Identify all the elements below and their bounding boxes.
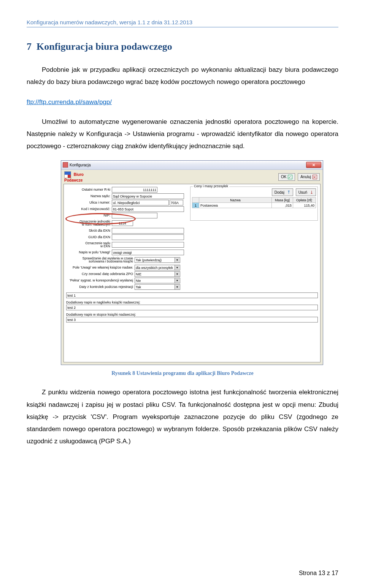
label-nip: NIP: <box>66 213 112 217</box>
label-nazwa-sadu: Nazwa sądu: <box>66 194 112 198</box>
label-pole-uwagi: Pole 'Uwagi' we własnej książce nadaw. <box>66 266 135 269</box>
close-icon[interactable]: ✕ <box>306 162 321 168</box>
ok-button[interactable]: OK <box>278 173 295 181</box>
label-oznsad: Oznaczenie sąduw EKN <box>66 242 112 248</box>
module-icon <box>64 171 71 178</box>
config-window: Konfiguracja ✕ BiuroPodawcze OK Anuluj <box>61 160 323 365</box>
input-test2[interactable]: test 2 <box>66 305 318 310</box>
window-body: Ostatni numer R-ki 1111111 Nazwa sądu: S… <box>63 184 321 362</box>
add-button[interactable]: Dodaj <box>272 188 293 196</box>
figure-caption: Rysunek 8 Ustawienia programu dla aplika… <box>27 370 338 376</box>
section-number: 7 <box>27 41 32 52</box>
ceny-groupbox: Ceny i masy przesyłek Dodaj Usuń <box>190 187 318 221</box>
label-dod1: Dodatkowy napis w nagłówku książki nadaw… <box>66 300 318 304</box>
label-dod2: Dodatkowy napis w stopce książki nadawcz… <box>66 313 318 316</box>
input-nip[interactable] <box>112 213 157 218</box>
paragraph-1: Podobnie jak w przypadku aplikacji orzec… <box>27 64 338 89</box>
label-napis-uwagi: Napis w polu 'Uwagi' <box>66 250 112 254</box>
section-heading: 7 Konfiguracja biura podawczego <box>27 41 338 52</box>
right-column: Ceny i masy przesyłek Dodaj Usuń <box>190 187 318 290</box>
input-guid-ekn[interactable] <box>112 234 184 240</box>
remove-button[interactable]: Usuń <box>296 188 316 196</box>
page-footer: Strona 13 z 17 <box>299 570 338 577</box>
label-skrot-ekn: Skrót dla EKN <box>66 229 112 232</box>
section-title-text: Konfiguracja biura podawczego <box>36 41 172 52</box>
dialog-buttons: OK Anuluj <box>277 173 320 181</box>
input-nazwa-sadu[interactable]: Sąd Okręgowy w Sopocie <box>112 193 184 199</box>
input-ulica[interactable]: ul. Niepodległości <box>112 200 169 205</box>
select-zerowac[interactable]: NIE <box>135 271 180 277</box>
window-subheader: BiuroPodawcze OK Anuluj <box>61 170 323 184</box>
label-ostatni: Ostatni numer R-ki <box>66 188 112 191</box>
col-masa: Masa [kg] <box>272 198 293 203</box>
link-paragraph: ftp://ftp.currenda.pl/sawa/pgp/ <box>27 96 338 108</box>
input-test3[interactable]: test 3 <box>66 317 318 322</box>
ftp-link[interactable]: ftp://ftp.currenda.pl/sawa/pgp/ <box>27 98 112 106</box>
table-header: Nazwa Masa [kg] Opłata [zł]: <box>192 198 316 203</box>
window-titlebar: Konfiguracja ✕ <box>61 161 323 170</box>
screenshot-figure: Konfiguracja ✕ BiuroPodawcze OK Anuluj <box>61 160 338 365</box>
label-guid-ekn: GUID dla EKN <box>66 235 112 239</box>
label-daty: Daty z kontrolek podczas rejestracji <box>66 285 135 289</box>
select-daty[interactable]: Tak <box>135 284 180 290</box>
label-sprawdz: Sprawdzanie dat wysłania w czasiesortowa… <box>66 257 135 263</box>
label-ulica: Ulica i numer: <box>66 201 112 204</box>
cancel-button[interactable]: Anuluj <box>298 173 320 181</box>
input-napis-uwagi[interactable]: uwagi uwagi <box>112 250 184 255</box>
select-pelna[interactable]: Nie <box>135 278 180 283</box>
input-ostatni[interactable]: 1111111 <box>112 187 157 193</box>
input-oznsad[interactable] <box>112 242 184 248</box>
label-oznaczenie: Oznaczenie jednostkiw num. nadawczym <box>66 220 112 226</box>
ceny-table[interactable]: Nazwa Masa [kg] Opłata [zł]: 1 Postawowa… <box>192 197 316 208</box>
col-nazwa: Nazwa <box>199 198 272 203</box>
table-row[interactable]: 1 Postawowa ,015 115,40 <box>192 203 316 208</box>
label-zerowac: Czy zerować datę odebrania ZPO <box>66 272 135 276</box>
input-kod[interactable]: 81-853 Sopot <box>112 206 184 212</box>
app-icon <box>63 162 68 168</box>
paragraph-3: Z punktu widzenia nowego operatora poczt… <box>27 386 338 447</box>
ceny-title: Ceny i masy przesyłek <box>193 184 229 188</box>
input-ulica-num[interactable]: 703A <box>170 200 183 205</box>
label-kod: Kod i miejscowość: <box>66 207 112 211</box>
input-skrot-ekn[interactable] <box>112 228 184 234</box>
page-header: Konfiguracja numerów nadawczych, wersja … <box>27 19 338 27</box>
window-title: Konfiguracja <box>70 163 91 167</box>
input-oznaczenie[interactable]: 1234 <box>112 220 133 226</box>
input-test1[interactable]: test 1 <box>66 292 318 298</box>
paragraph-2: Umożliwi to automatyczne wygenerowanie o… <box>27 116 338 153</box>
select-sprawdz[interactable]: Tak (potwierdzaj) <box>135 257 180 263</box>
col-oplata: Opłata [zł]: <box>293 198 316 203</box>
label-pelna: 'Pełna' sygnat. w korespondencji wysłane… <box>66 278 135 282</box>
left-column: Ostatni numer R-ki 1111111 Nazwa sądu: S… <box>66 187 186 290</box>
select-pole-uwagi[interactable]: dla wszystkich przesyłek <box>135 265 180 270</box>
